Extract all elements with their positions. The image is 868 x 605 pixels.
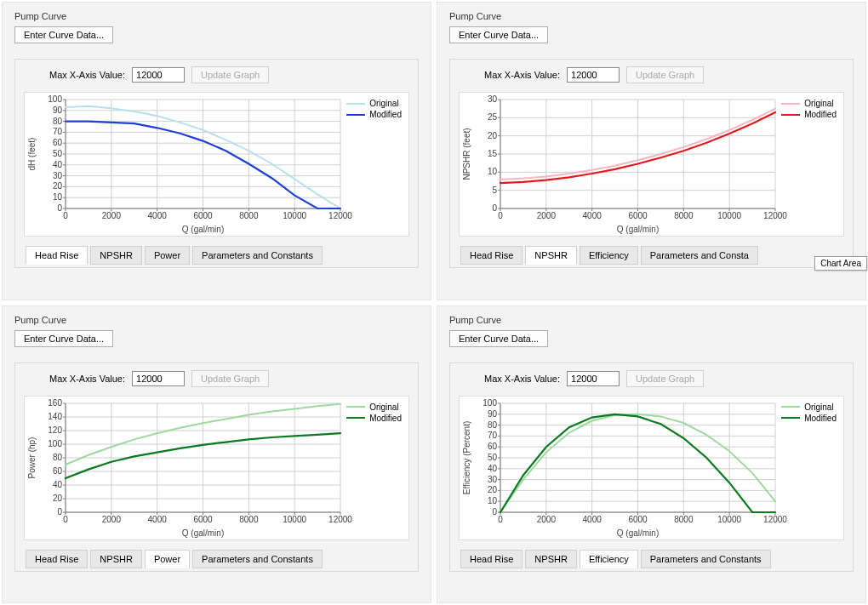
tabs: Head RiseNPSHREfficiencyParameters and C… xyxy=(460,549,842,568)
svg-text:25: 25 xyxy=(488,112,498,122)
svg-text:0: 0 xyxy=(492,507,497,517)
svg-text:10: 10 xyxy=(488,496,498,505)
svg-text:40: 40 xyxy=(53,160,63,169)
legend-swatch-modified xyxy=(781,114,800,116)
chart-container: Max X-Axis Value: Update Graph 051015202… xyxy=(449,59,854,268)
svg-text:dH (feet): dH (feet) xyxy=(27,138,37,171)
svg-text:10: 10 xyxy=(53,192,63,202)
legend-original: Original xyxy=(369,402,398,412)
legend-swatch-original xyxy=(781,406,800,408)
max-x-input[interactable] xyxy=(132,67,185,83)
svg-text:10: 10 xyxy=(488,167,498,176)
svg-text:140: 140 xyxy=(48,412,62,421)
svg-text:40: 40 xyxy=(488,463,498,472)
svg-text:8000: 8000 xyxy=(239,211,259,220)
tab-parameters-and-constants[interactable]: Parameters and Constants xyxy=(641,550,771,568)
svg-text:4000: 4000 xyxy=(583,515,602,524)
svg-text:100: 100 xyxy=(48,94,62,104)
tab-head-rise[interactable]: Head Rise xyxy=(460,246,523,265)
svg-text:20: 20 xyxy=(53,494,63,503)
svg-text:6000: 6000 xyxy=(193,515,213,524)
panel-title: Pump Curve xyxy=(449,11,854,21)
max-x-label: Max X-Axis Value: xyxy=(484,374,560,384)
legend: Original Modified xyxy=(345,98,403,120)
max-x-row: Max X-Axis Value: Update Graph xyxy=(459,66,844,83)
update-graph-button[interactable]: Update Graph xyxy=(191,370,269,387)
legend-original: Original xyxy=(804,99,833,108)
update-graph-button[interactable]: Update Graph xyxy=(626,66,704,83)
chart-container: Max X-Axis Value: Update Graph 010203040… xyxy=(449,362,854,572)
tab-head-rise[interactable]: Head Rise xyxy=(26,550,88,568)
svg-text:6000: 6000 xyxy=(628,515,648,524)
max-x-input[interactable] xyxy=(567,371,620,386)
legend-swatch-modified xyxy=(346,114,365,116)
enter-curve-data-button[interactable]: Enter Curve Data... xyxy=(14,330,113,347)
tabs: Head RiseNPSHREfficiencyParameters and C… xyxy=(460,245,842,264)
svg-text:0: 0 xyxy=(63,211,68,220)
tab-parameters-and-constants[interactable]: Parameters and Constants xyxy=(192,550,323,568)
svg-text:20: 20 xyxy=(53,181,63,191)
svg-text:Q (gal/min): Q (gal/min) xyxy=(182,225,224,234)
max-x-input[interactable] xyxy=(132,371,185,386)
max-x-row: Max X-Axis Value: Update Graph xyxy=(24,370,409,387)
svg-text:80: 80 xyxy=(488,420,498,429)
svg-text:2000: 2000 xyxy=(102,211,122,220)
tabs: Head RiseNPSHRPowerParameters and Consta… xyxy=(26,245,408,264)
svg-text:100: 100 xyxy=(483,398,497,408)
tab-npshr[interactable]: NPSHR xyxy=(90,246,142,265)
panel-title: Pump Curve xyxy=(14,11,419,21)
chart-power: 0204060801001201401600200040006000800010… xyxy=(24,396,409,540)
tab-head-rise[interactable]: Head Rise xyxy=(26,246,88,265)
legend: Original Modified xyxy=(345,402,403,424)
legend-modified: Modified xyxy=(804,110,837,119)
max-x-label: Max X-Axis Value: xyxy=(49,70,125,80)
tab-parameters-and-constants[interactable]: Parameters and Constants xyxy=(192,246,323,265)
svg-text:90: 90 xyxy=(488,408,498,418)
svg-text:2000: 2000 xyxy=(537,211,557,220)
svg-text:Q (gal/min): Q (gal/min) xyxy=(617,225,659,234)
svg-text:4000: 4000 xyxy=(583,211,602,220)
svg-text:30: 30 xyxy=(53,171,63,180)
svg-text:5: 5 xyxy=(492,185,497,195)
legend-swatch-original xyxy=(346,103,365,105)
max-x-row: Max X-Axis Value: Update Graph xyxy=(459,370,844,387)
tab-npshr[interactable]: NPSHR xyxy=(525,550,577,568)
enter-curve-data-button[interactable]: Enter Curve Data... xyxy=(14,26,113,43)
svg-text:10000: 10000 xyxy=(717,211,741,220)
tab-npshr[interactable]: NPSHR xyxy=(525,246,577,265)
tab-efficiency[interactable]: Efficiency xyxy=(580,246,638,265)
tab-power[interactable]: Power xyxy=(145,246,190,265)
update-graph-button[interactable]: Update Graph xyxy=(191,66,269,83)
svg-text:0: 0 xyxy=(57,507,62,517)
svg-text:80: 80 xyxy=(53,117,63,126)
tab-efficiency[interactable]: Efficiency xyxy=(580,550,638,568)
update-graph-button[interactable]: Update Graph xyxy=(626,370,704,387)
enter-curve-data-button[interactable]: Enter Curve Data... xyxy=(449,26,548,43)
svg-text:8000: 8000 xyxy=(674,211,694,220)
svg-text:120: 120 xyxy=(48,425,62,435)
svg-text:0: 0 xyxy=(63,515,68,524)
svg-text:0: 0 xyxy=(498,211,503,220)
enter-curve-data-button[interactable]: Enter Curve Data... xyxy=(449,330,548,347)
max-x-input[interactable] xyxy=(567,67,620,83)
tab-npshr[interactable]: NPSHR xyxy=(90,550,142,568)
panel-power: Pump Curve Enter Curve Data... Max X-Axi… xyxy=(2,305,431,604)
svg-text:30: 30 xyxy=(488,474,498,483)
chart-npshr: 051015202530020004000600080001000012000Q… xyxy=(459,92,844,237)
svg-text:160: 160 xyxy=(48,398,62,408)
svg-text:50: 50 xyxy=(488,453,498,462)
tab-power[interactable]: Power xyxy=(145,550,190,568)
legend-modified: Modified xyxy=(369,414,402,423)
svg-text:0: 0 xyxy=(57,203,62,213)
svg-text:8000: 8000 xyxy=(239,515,259,524)
legend-original: Original xyxy=(804,402,833,412)
chart-container: Max X-Axis Value: Update Graph 020406080… xyxy=(14,362,419,572)
chart-efficiency: 0102030405060708090100020004000600080001… xyxy=(459,396,844,540)
svg-text:60: 60 xyxy=(488,442,498,451)
tab-parameters-and-consta[interactable]: Parameters and Consta xyxy=(641,246,758,265)
svg-text:4000: 4000 xyxy=(148,211,168,220)
max-x-row: Max X-Axis Value: Update Graph xyxy=(24,66,409,83)
legend-swatch-original xyxy=(346,406,365,408)
max-x-label: Max X-Axis Value: xyxy=(49,374,125,384)
tab-head-rise[interactable]: Head Rise xyxy=(460,550,523,568)
